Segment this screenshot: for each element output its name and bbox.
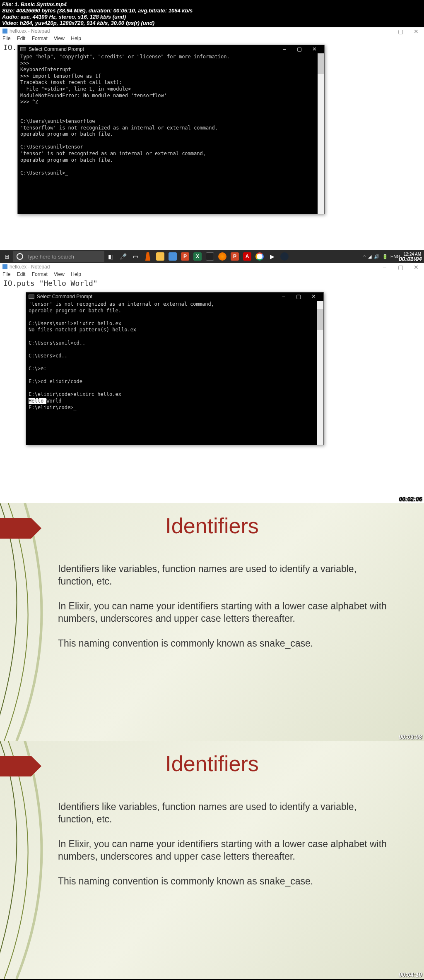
cmd-icon [20,47,26,51]
cmd-hello-highlight: Hello [29,398,46,404]
maximize-button[interactable]: ▢ [393,263,408,272]
notepad-title-text: hello.ex - Notepad [10,264,50,270]
cmd-window: Select Command Prompt – ▢ ✕ Type "help",… [17,45,325,214]
menu-help[interactable]: Help [71,271,81,277]
slide-p3: This naming convention is commonly known… [58,875,395,888]
timestamp: 00:01:04 [399,256,422,262]
cortana-icon [17,253,23,260]
cmd-titlebar[interactable]: Select Command Prompt – ▢ ✕ [26,292,323,300]
meta-size: Size: 40826690 bytes (38.94 MiB), durati… [2,7,422,14]
cmd-world: World [46,398,61,404]
terminal-icon[interactable] [205,251,215,262]
arrow-icon[interactable]: ▶ [267,251,277,262]
tray-net-icon[interactable]: ◢ [368,254,371,259]
minimize-button[interactable]: – [377,27,393,36]
cmd-window: Select Command Prompt – ▢ ✕ 'tensor' is … [26,292,324,445]
cmd-scrollbar[interactable] [318,53,324,214]
mic-icon[interactable]: 🎤 [118,251,128,262]
cmd-icon [29,295,34,299]
notepad-titlebar: hello.ex - Notepad [0,263,424,271]
taskbar-search[interactable]: Type here to search [13,251,104,262]
slide-p2: In Elixir, you can name your identifiers… [58,600,395,625]
notepad-title-text: hello.ex - Notepad [10,28,50,34]
frame-2: hello.ex - Notepad – ▢ ✕ File Edit Forma… [0,263,424,503]
notepad-titlebar: hello.ex - Notepad [0,27,424,35]
cmd-maximize-button[interactable]: ▢ [292,46,307,52]
notepad-icon [2,29,7,34]
meta-video: Video: h264, yuv420p, 1280x720, 914 kb/s… [2,20,422,26]
scrollbar-thumb[interactable] [318,53,324,74]
video-metadata: File: 1. Basic Syntax.mp4 Size: 40826690… [0,0,424,27]
slide-p3: This naming convention is commonly known… [58,637,395,650]
app-icon[interactable]: ▭ [130,251,141,262]
slide-body: Identifiers like variables, function nam… [0,776,424,887]
steam-icon[interactable] [279,251,290,262]
menu-help[interactable]: Help [71,36,81,41]
frame-3-slide: Identifiers Identifiers like variables, … [0,503,424,741]
menu-view[interactable]: View [54,271,65,277]
explorer-icon[interactable] [155,251,166,262]
cmd-maximize-button[interactable]: ▢ [291,293,306,300]
close-button[interactable]: ✕ [408,263,424,272]
cmd-body[interactable]: Type "help", "copyright", "credits" or "… [18,53,324,177]
cmd-output-2: E:\elixir\code>_ [29,405,77,410]
menu-view[interactable]: View [54,36,65,41]
powerpoint2-icon[interactable]: P [229,251,240,262]
cmd-title-text: Select Command Prompt [37,294,92,300]
tray-bat-icon[interactable]: 🔋 [382,254,388,259]
cmd-output-1: 'tensor' is not recognized as an interna… [29,301,214,397]
tray-vol-icon[interactable]: 🔊 [374,254,380,259]
cmd-titlebar[interactable]: Select Command Prompt – ▢ ✕ [18,45,324,53]
menu-file[interactable]: File [2,271,10,277]
pdf-icon[interactable]: A [242,251,253,262]
powerpoint-icon[interactable]: P [180,251,190,262]
notepad-body[interactable]: IO.puts "Hello World" [0,278,424,288]
slide-p1: Identifiers like variables, function nam… [58,801,395,826]
slide-p1: Identifiers like variables, function nam… [58,563,395,588]
cmd-body[interactable]: 'tensor' is not recognized as an interna… [26,300,323,412]
vlc-icon[interactable] [142,251,153,262]
chrome-icon[interactable] [254,251,265,262]
timestamp: 00:04:10 [399,971,422,978]
menu-edit[interactable]: Edit [17,36,26,41]
minimize-button[interactable]: – [377,263,393,272]
cmd-title-text: Select Command Prompt [29,46,84,52]
scrollbar-thumb[interactable] [317,309,323,330]
start-button[interactable]: ⊞ [2,251,12,262]
firefox-icon[interactable] [217,251,228,262]
menu-format[interactable]: Format [32,36,48,41]
meta-audio: Audio: aac, 44100 Hz, stereo, s16, 128 k… [2,14,422,20]
timestamp: 00:02:06 [399,496,422,502]
cmd-close-button[interactable]: ✕ [307,46,322,52]
meta-file: File: 1. Basic Syntax.mp4 [2,1,422,7]
timestamp: 00:03:08 [399,733,422,740]
notepad-menubar: File Edit Format View Help [0,35,424,42]
notepad-icon [2,264,7,269]
slide-p2: In Elixir, you can name your identifiers… [58,838,395,863]
notepad-window-controls: – ▢ ✕ [377,27,424,36]
slide-body: Identifiers like variables, function nam… [0,538,424,649]
cmd-minimize-button[interactable]: – [277,46,292,52]
frame-4-slide: Identifiers Identifiers like variables, … [0,741,424,979]
frame-1: hello.ex - Notepad – ▢ ✕ File Edit Forma… [0,27,424,263]
menu-file[interactable]: File [2,36,10,41]
camera-icon[interactable] [167,251,178,262]
notepad-menubar: File Edit Format View Help [0,271,424,278]
menu-edit[interactable]: Edit [17,271,26,277]
close-button[interactable]: ✕ [408,27,424,36]
code-text: IO.puts "Hello World" [3,279,98,288]
search-placeholder: Type here to search [26,254,74,260]
slide-title: Identifiers [0,503,424,538]
slide-title: Identifiers [0,741,424,776]
maximize-button[interactable]: ▢ [393,27,408,36]
notepad-window-controls: – ▢ ✕ [377,263,424,272]
cmd-minimize-button[interactable]: – [276,293,291,300]
menu-format[interactable]: Format [32,271,48,277]
cmd-close-button[interactable]: ✕ [306,293,321,300]
taskview-icon[interactable]: ◧ [105,251,116,262]
excel-icon[interactable]: X [192,251,203,262]
tray-up-icon[interactable]: ^ [364,254,366,259]
cmd-scrollbar[interactable] [317,301,323,445]
taskbar: ⊞ Type here to search ◧ 🎤 ▭ P X P A ▶ ^ … [0,250,424,263]
